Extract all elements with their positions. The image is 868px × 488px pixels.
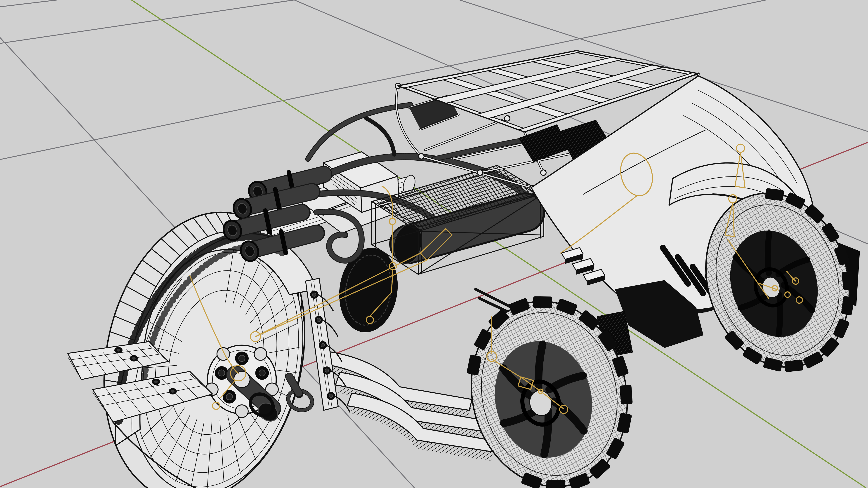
bumper-bolt-core [132, 357, 135, 360]
lug-hole [219, 370, 225, 376]
viewport-3d[interactable] [0, 0, 868, 488]
tread-block [784, 359, 803, 372]
bumper-bolt-core [171, 390, 175, 393]
lug-hole [239, 355, 245, 361]
strip-bolt-core [325, 369, 329, 372]
hub-notch [254, 348, 267, 360]
lug-hole [226, 394, 232, 400]
tread-block [842, 271, 855, 290]
bumper-bolt-core [154, 381, 158, 383]
strip-bolt-core [329, 394, 333, 398]
strip-bolt-core [321, 344, 324, 347]
scene-canvas[interactable] [0, 0, 868, 488]
hub-notch [236, 405, 248, 418]
tread-block [546, 480, 565, 488]
tube-joint [541, 170, 546, 175]
tread-block [765, 188, 784, 201]
hub-notch [217, 348, 230, 360]
tube-joint [418, 154, 424, 159]
rim-spoke [779, 294, 780, 334]
tube-joint [477, 170, 483, 175]
strip-bolt-core [317, 318, 320, 322]
tread-block [533, 296, 552, 308]
tread-block [620, 385, 633, 404]
strip-bolt-core [312, 293, 316, 296]
rim-spoke [768, 233, 769, 273]
bumper-bolt-core [117, 349, 120, 352]
rim-spoke [544, 412, 548, 455]
tube-joint [504, 116, 510, 121]
lug-hole [259, 370, 265, 376]
